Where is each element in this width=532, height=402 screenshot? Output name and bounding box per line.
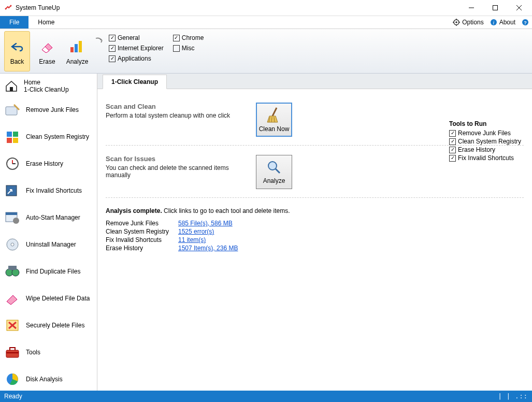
menubar: File Home Options i About ? [0, 16, 532, 29]
clean-now-label: Clean Now [259, 125, 290, 133]
checkbox-ie[interactable]: Internet Explorer [109, 45, 164, 52]
sidebar-item-home[interactable]: Home1-Click CleanUp [0, 76, 97, 96]
sidebar-item-disk-analysis[interactable]: Disk Analysis [0, 366, 97, 391]
tool-checkbox-eh[interactable]: Erase History [449, 146, 527, 153]
sidebar-item-wipe[interactable]: Wipe Deleted File Data [0, 285, 97, 312]
svg-rect-36 [8, 266, 17, 270]
maximize-button[interactable] [483, 0, 507, 16]
titlebar: System TuneUp [0, 0, 532, 16]
svg-line-46 [272, 108, 277, 116]
svg-rect-21 [7, 132, 12, 137]
sidebar-item-uninstall[interactable]: Uninstall Manager [0, 231, 97, 258]
options-label: Options [462, 19, 483, 26]
shortcut-icon [4, 182, 21, 199]
result-link-history[interactable]: 1507 Item(s), 236 MB [178, 245, 238, 252]
clean-now-button[interactable]: Clean Now [256, 103, 292, 137]
minimize-button[interactable] [459, 0, 483, 16]
result-link-junk[interactable]: 585 File(s), 586 MB [178, 220, 233, 227]
sidebar-item-secure-delete[interactable]: Securely Delete Files [0, 312, 97, 339]
window-gear-icon [4, 209, 21, 226]
analyze-button[interactable]: Analyze [64, 31, 90, 71]
eraser-pink-icon [4, 290, 21, 307]
tools-to-run-title: Tools to Run [449, 120, 527, 127]
back-button[interactable]: Back [4, 31, 30, 71]
toolbox-icon [4, 344, 21, 361]
checkbox-icon [173, 35, 180, 41]
info-icon: i [490, 19, 497, 26]
sidebar-item-erase-history[interactable]: Erase History [0, 150, 97, 177]
sidebar-item-clean-registry[interactable]: Clean System Registry [0, 123, 97, 150]
tool-checkbox-csr[interactable]: Clean System Registry [449, 138, 527, 145]
menu-home[interactable]: Home [28, 16, 64, 28]
result-link-registry[interactable]: 1525 error(s) [178, 228, 214, 235]
svg-rect-17 [75, 44, 78, 52]
svg-text:?: ? [524, 20, 527, 25]
checkbox-misc[interactable]: Misc [173, 45, 204, 52]
checkbox-icon [109, 45, 116, 52]
tabstrip: 1-Click Cleanup [97, 74, 532, 89]
arrow-icon [94, 31, 105, 71]
toolbar: Back Erase Analyze General Internet Expl… [0, 29, 532, 74]
svg-point-50 [268, 162, 277, 170]
svg-rect-20 [6, 107, 17, 115]
disc-icon [4, 236, 21, 253]
checkbox-icon [449, 138, 456, 145]
scan-issues-title: Scan for Issues [106, 155, 246, 163]
checkbox-apps[interactable]: Applications [109, 55, 164, 62]
app-icon [4, 4, 12, 12]
gear-icon [453, 19, 460, 26]
checkbox-icon [449, 147, 456, 153]
result-label: Remove Junk Files [106, 220, 173, 227]
svg-line-51 [276, 169, 280, 173]
close-button[interactable] [507, 0, 531, 16]
tab-1click-cleanup[interactable]: 1-Click Cleanup [103, 75, 167, 89]
sidebar-item-tools[interactable]: Tools [0, 339, 97, 366]
svg-rect-30 [6, 212, 17, 215]
checkbox-chrome[interactable]: Chrome [173, 34, 204, 41]
svg-point-33 [11, 243, 14, 246]
svg-point-35 [12, 269, 19, 276]
result-label: Fix Invalid Shortcuts [106, 236, 173, 243]
main-panel: 1-Click Cleanup Scan and Clean Perform a… [97, 74, 532, 391]
back-label: Back [10, 58, 24, 65]
checkbox-icon [173, 45, 180, 52]
svg-point-7 [455, 21, 457, 23]
erase-button[interactable]: Erase [34, 31, 60, 71]
sidebar-item-fix-shortcuts[interactable]: Fix Invalid Shortcuts [0, 177, 97, 204]
menu-file[interactable]: File [0, 16, 28, 28]
checkbox-icon [109, 35, 116, 41]
delete-x-icon [4, 317, 21, 334]
about-label: About [499, 19, 515, 26]
analysis-heading: Analysis complete. Click links to go to … [106, 207, 524, 214]
result-link-shortcuts[interactable]: 11 item(s) [178, 236, 206, 243]
sidebar-item-duplicates[interactable]: Find Duplicate Files [0, 258, 97, 285]
resize-grip[interactable]: | | .:: [498, 393, 528, 400]
svg-rect-19 [10, 87, 13, 91]
svg-rect-3 [493, 6, 498, 10]
checkbox-icon [109, 55, 116, 62]
options-link[interactable]: Options [450, 16, 486, 28]
checkbox-general[interactable]: General [109, 34, 164, 41]
eraser-icon [39, 38, 55, 55]
result-label: Erase History [106, 245, 173, 252]
binoculars-icon [4, 263, 21, 280]
sidebar: Home1-Click CleanUp Remove Junk Files Cl… [0, 74, 97, 391]
about-link[interactable]: i About [487, 16, 519, 28]
checkbox-icon [449, 130, 456, 137]
sidebar-item-autostart[interactable]: Auto-Start Manager [0, 204, 97, 231]
svg-rect-22 [13, 132, 18, 137]
analyze-big-button[interactable]: Analyze [256, 155, 292, 189]
tool-checkbox-fis[interactable]: Fix Invalid Shortcuts [449, 154, 527, 162]
tool-checkbox-rjf[interactable]: Remove Junk Files [449, 130, 527, 137]
erase-label: Erase [39, 58, 55, 65]
svg-rect-16 [70, 47, 74, 52]
sidebar-item-remove-junk[interactable]: Remove Junk Files [0, 96, 97, 123]
svg-rect-23 [7, 138, 12, 143]
svg-point-1 [10, 5, 12, 7]
help-link[interactable]: ? [519, 16, 532, 28]
registry-icon [4, 128, 21, 145]
statusbar: Ready | | .:: [0, 391, 532, 402]
analyze-label: Analyze [66, 58, 89, 65]
tools-to-run-panel: Tools to Run Remove Junk Files Clean Sys… [449, 120, 527, 163]
scan-clean-desc: Perform a total system cleanup with one … [106, 112, 246, 119]
